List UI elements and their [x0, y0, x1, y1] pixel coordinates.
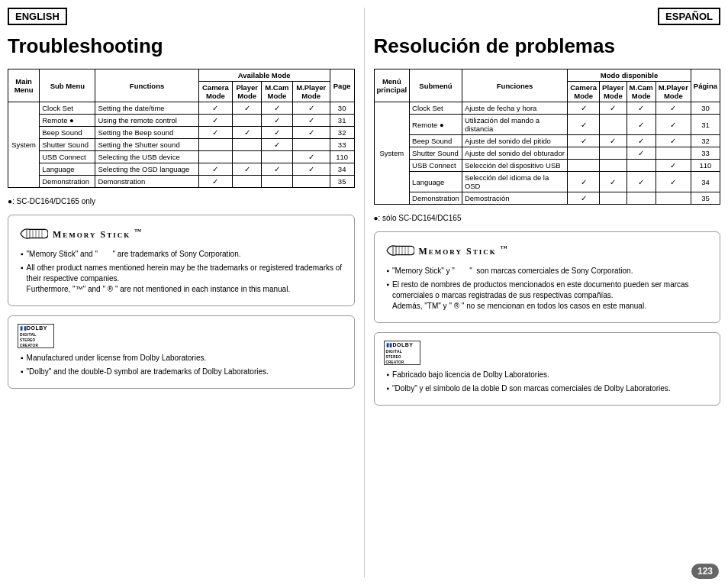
mcam-cell	[627, 160, 656, 172]
main-menu-cell: System	[8, 102, 40, 188]
sub-menu-cell: Shutter Sound	[410, 147, 462, 160]
right-dolby-box: ▮▮DOLBY DIGITAL STEREO CREATOR Fabricado…	[374, 332, 721, 406]
player-cell	[600, 192, 627, 205]
mcam-cell: ✓	[262, 163, 293, 176]
sub-menu-cell: USB Connect	[40, 151, 95, 163]
right-col-functions: Funciones	[462, 69, 567, 102]
mplayer-cell: ✓	[292, 151, 330, 163]
table-row: SystemClock SetAjuste de fecha y hora✓✓✓…	[374, 102, 720, 115]
mplayer-cell	[292, 176, 330, 188]
sub-menu-cell: Language	[410, 172, 462, 192]
dolby-logo-icon-right: ▮▮DOLBY DIGITAL STEREO CREATOR	[384, 341, 420, 365]
mplayer-cell: ✓	[656, 115, 691, 135]
column-divider	[364, 8, 365, 577]
function-cell: Ajuste del sonido del pitido	[462, 135, 567, 147]
page-cell: 30	[691, 102, 720, 115]
right-dolby-bullets: Fabricado bajo licencia de Dolby Laborat…	[384, 370, 711, 394]
function-cell: Demonstration	[95, 176, 198, 188]
page-cell: 34	[691, 172, 720, 192]
sub-menu-cell: Language	[40, 163, 95, 176]
page-cell: 34	[330, 163, 354, 176]
mplayer-cell	[292, 139, 330, 151]
sub-menu-cell: Remote ●	[410, 115, 462, 135]
list-item: All other product names mentioned herein…	[21, 263, 345, 295]
mcam-cell: ✓	[262, 139, 293, 151]
page-cell: 33	[691, 147, 720, 160]
right-col-mplayer: M.PlayerMode	[656, 82, 691, 102]
function-cell: Selección del dispositivo USB	[462, 160, 567, 172]
page-cell: 32	[330, 127, 354, 139]
left-title: Troubleshooting	[8, 34, 355, 58]
col-mplayer: M.PlayerMode	[292, 82, 330, 102]
table-row: DemonstrationDemostración✓35	[374, 192, 720, 205]
left-column: ENGLISH Troubleshooting MainMenu Sub Men…	[8, 8, 355, 577]
cam-cell: ✓	[198, 102, 233, 115]
left-ms-bullets: "Memory Stick" and " " are trademarks of…	[18, 249, 345, 295]
page-cell: 110	[691, 160, 720, 172]
cam-cell: ✓	[198, 163, 233, 176]
col-camera: CameraMode	[198, 82, 233, 102]
function-cell: Ajuste del sonido del obturador	[462, 147, 567, 160]
page-cell: 32	[691, 135, 720, 147]
table-row: DemonstrationDemonstration✓35	[8, 176, 355, 188]
table-row: Beep SoundAjuste del sonido del pitido✓✓…	[374, 135, 720, 147]
cam-cell: ✓	[198, 127, 233, 139]
page-cell: 30	[330, 102, 354, 115]
mplayer-cell: ✓	[292, 115, 330, 127]
mplayer-cell: ✓	[292, 102, 330, 115]
sub-menu-cell: Remote ●	[40, 115, 95, 127]
cam-cell: ✓	[198, 176, 233, 188]
mcam-cell	[262, 176, 293, 188]
cam-cell: ✓	[568, 115, 600, 135]
player-cell	[233, 139, 262, 151]
sub-menu-cell: Beep Sound	[40, 127, 95, 139]
list-item: "Dolby" y el símbolo de la doble D son m…	[387, 383, 711, 394]
page-number: 123	[691, 564, 719, 579]
cam-cell	[198, 151, 233, 163]
function-cell: Ajuste de fecha y hora	[462, 102, 567, 115]
left-footnote: ●: SC-DC164/DC165 only	[8, 197, 355, 205]
available-mode-header: Available Mode	[198, 69, 330, 82]
cam-cell: ✓	[198, 115, 233, 127]
player-cell	[600, 115, 627, 135]
player-cell: ✓	[233, 163, 262, 176]
dolby-logo-icon-left: ▮▮DOLBY DIGITAL STEREO CREATOR	[18, 324, 54, 348]
table-row: Beep SoundSetting the Beep sound✓✓✓✓32	[8, 127, 355, 139]
cam-cell	[568, 160, 600, 172]
col-main-menu: MainMenu	[8, 69, 40, 102]
col-functions: Functions	[95, 69, 198, 102]
table-row: LanguageSelecting the OSD language✓✓✓✓34	[8, 163, 355, 176]
player-cell	[233, 115, 262, 127]
table-row: Remote ●Utilización del mando a distanci…	[374, 115, 720, 135]
sub-menu-cell: Clock Set	[410, 102, 462, 115]
table-row: USB ConnectSelección del dispositivo USB…	[374, 160, 720, 172]
right-ms-bullets: "Memory Stick" y " " son marcas comercia…	[384, 266, 711, 312]
player-cell: ✓	[600, 172, 627, 192]
mcam-cell: ✓	[262, 115, 293, 127]
cam-cell: ✓	[568, 172, 600, 192]
mcam-cell: ✓	[627, 115, 656, 135]
mplayer-cell	[656, 147, 691, 160]
left-ms-brand: MEMORY STICK ™	[53, 228, 143, 241]
table-row: SystemClock SetSetting the date/time✓✓✓✓…	[8, 102, 355, 115]
mplayer-cell: ✓	[656, 135, 691, 147]
right-col-sub-menu: Submenú	[410, 69, 462, 102]
player-cell: ✓	[233, 102, 262, 115]
right-ms-logo: MEMORY STICK ™	[384, 240, 711, 261]
table-row: USB ConnectSelecting the USB device✓110	[8, 151, 355, 163]
page-cell: 35	[691, 192, 720, 205]
list-item: Manufactured under license from Dolby La…	[21, 353, 345, 364]
cam-cell	[198, 139, 233, 151]
left-dolby-box: ▮▮DOLBY DIGITAL STEREO CREATOR Manufactu…	[8, 315, 355, 389]
player-cell	[233, 151, 262, 163]
right-column: ESPAÑOL Resolución de problemas Menúprin…	[374, 8, 721, 577]
function-cell: Selecting the USB device	[95, 151, 198, 163]
mcam-cell: ✓	[262, 127, 293, 139]
right-memory-stick-box: MEMORY STICK ™ "Memory Stick" y " " son …	[374, 231, 721, 323]
list-item: "Memory Stick" y " " son marcas comercia…	[387, 266, 711, 276]
right-lang-header: ESPAÑOL	[658, 8, 720, 25]
player-cell	[600, 147, 627, 160]
function-cell: Selección del idioma de la OSD	[462, 172, 567, 192]
right-col-main-menu: Menúprincipal	[374, 69, 410, 102]
table-row: LanguageSelección del idioma de la OSD✓✓…	[374, 172, 720, 192]
